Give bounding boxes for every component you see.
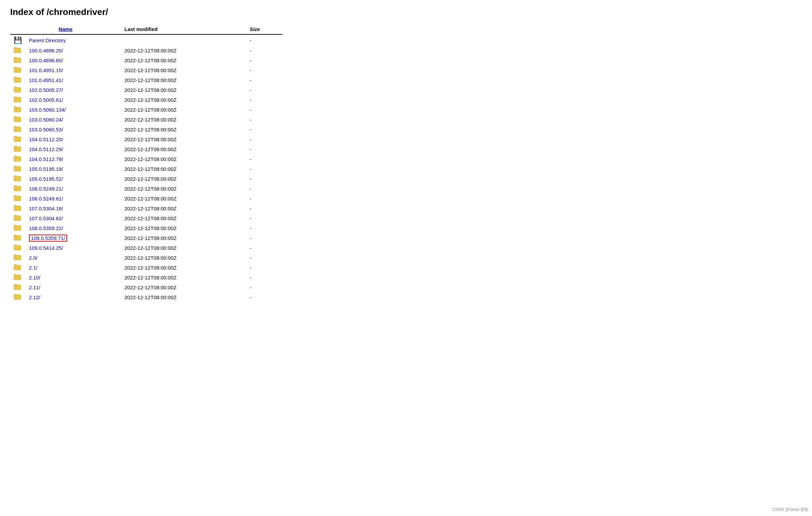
table-row: 107.0.5304.18/2022-12-12T08:00:00Z- xyxy=(10,204,282,213)
dir-link[interactable]: 105.0.5195.52/ xyxy=(29,176,63,182)
dir-link[interactable]: 106.0.5249.61/ xyxy=(29,196,63,201)
dir-name-cell[interactable]: 105.0.5195.19/ xyxy=(26,164,121,174)
size-cell: - xyxy=(246,213,282,223)
dir-link[interactable]: 2.12/ xyxy=(29,294,40,300)
dir-link[interactable]: 104.0.5112.29/ xyxy=(29,146,63,152)
date-cell: 2022-12-12T08:00:00Z xyxy=(121,273,246,283)
table-row: 104.0.5112.79/2022-12-12T08:00:00Z- xyxy=(10,154,282,164)
dir-link[interactable]: 100.0.4896.20/ xyxy=(29,48,63,53)
table-row: 2.11/2022-12-12T08:00:00Z- xyxy=(10,283,282,292)
name-sort-link[interactable]: Name xyxy=(59,26,72,32)
date-cell: 2022-12-12T08:00:00Z xyxy=(121,75,246,85)
dir-name-cell[interactable]: 2.12/ xyxy=(26,292,121,302)
size-cell: - xyxy=(246,263,282,273)
dir-link[interactable]: 108.0.5359.71/ xyxy=(31,235,65,241)
date-cell: 2022-12-12T08:00:00Z xyxy=(121,115,246,125)
dir-link[interactable]: 102.0.5005.27/ xyxy=(29,87,63,93)
table-header-row: Name Last modified Size xyxy=(10,24,282,34)
table-row: 102.0.5005.27/2022-12-12T08:00:00Z- xyxy=(10,85,282,95)
folder-icon xyxy=(14,96,21,103)
dir-link[interactable]: 103.0.5060.134/ xyxy=(29,107,66,113)
dir-link[interactable]: 2.1/ xyxy=(29,265,37,271)
dir-name-cell[interactable]: 105.0.5195.52/ xyxy=(26,174,121,184)
dir-link[interactable]: 102.0.5005.61/ xyxy=(29,97,63,103)
dir-link[interactable]: 107.0.5304.18/ xyxy=(29,206,63,211)
size-cell: - xyxy=(246,174,282,184)
table-row: 108.0.5359.71/2022-12-12T08:00:00Z- xyxy=(10,233,282,243)
dir-name-cell[interactable]: 102.0.5005.27/ xyxy=(26,85,121,95)
folder-icon-cell xyxy=(10,223,26,233)
dir-name-cell[interactable]: 103.0.5060.134/ xyxy=(26,105,121,115)
table-row: 104.0.5112.20/2022-12-12T08:00:00Z- xyxy=(10,134,282,144)
folder-icon xyxy=(14,116,21,123)
date-cell: 2022-12-12T08:00:00Z xyxy=(121,233,246,243)
dir-name-cell[interactable]: 104.0.5112.79/ xyxy=(26,154,121,164)
dir-name-cell[interactable]: 2.1/ xyxy=(26,263,121,273)
parent-dir-link[interactable]: Parent Directory xyxy=(29,37,66,43)
folder-icon-cell xyxy=(10,95,26,105)
folder-icon xyxy=(14,67,21,74)
dir-name-cell[interactable]: 104.0.5112.29/ xyxy=(26,144,121,154)
dir-link[interactable]: 2.10/ xyxy=(29,275,40,280)
dir-link[interactable]: 104.0.5112.20/ xyxy=(29,136,63,142)
dir-link[interactable]: 103.0.5060.24/ xyxy=(29,117,63,123)
dir-link[interactable]: 100.0.4896.60/ xyxy=(29,58,63,63)
parent-date-cell xyxy=(121,34,246,46)
folder-icon xyxy=(14,47,21,54)
dir-link[interactable]: 104.0.5112.79/ xyxy=(29,156,63,162)
table-row: 108.0.5359.22/2022-12-12T08:00:00Z- xyxy=(10,223,282,233)
dir-name-cell[interactable]: 104.0.5112.20/ xyxy=(26,134,121,144)
name-column-header[interactable]: Name xyxy=(10,24,121,34)
dir-link[interactable]: 106.0.5249.21/ xyxy=(29,186,63,192)
folder-icon-cell xyxy=(10,105,26,115)
dir-link[interactable]: 107.0.5304.62/ xyxy=(29,215,63,221)
table-row: 103.0.5060.53/2022-12-12T08:00:00Z- xyxy=(10,125,282,134)
dir-name-cell[interactable]: 101.0.4951.41/ xyxy=(26,75,121,85)
folder-icon xyxy=(14,126,21,133)
folder-icon-cell xyxy=(10,154,26,164)
dir-name-cell[interactable]: 108.0.5359.22/ xyxy=(26,223,121,233)
folder-icon xyxy=(14,57,21,64)
dir-name-cell[interactable]: 101.0.4951.15/ xyxy=(26,65,121,75)
dir-name-cell[interactable]: 107.0.5304.18/ xyxy=(26,204,121,213)
dir-name-cell[interactable]: 108.0.5359.71/ xyxy=(26,233,121,243)
folder-icon-cell xyxy=(10,75,26,85)
dir-link[interactable]: 105.0.5195.19/ xyxy=(29,166,63,172)
dir-name-cell[interactable]: 100.0.4896.60/ xyxy=(26,55,121,65)
size-column-header: Size xyxy=(246,24,282,34)
table-row: 106.0.5249.21/2022-12-12T08:00:00Z- xyxy=(10,184,282,194)
directory-listing: Name Last modified Size 💾Parent Director… xyxy=(10,24,282,302)
dir-link[interactable]: 2.0/ xyxy=(29,255,37,261)
dir-link[interactable]: 109.0.5414.25/ xyxy=(29,245,63,251)
folder-icon xyxy=(14,86,21,94)
folder-icon-cell xyxy=(10,125,26,134)
date-cell: 2022-12-12T08:00:00Z xyxy=(121,184,246,194)
folder-icon-cell xyxy=(10,174,26,184)
table-row: 105.0.5195.52/2022-12-12T08:00:00Z- xyxy=(10,174,282,184)
dir-name-cell[interactable]: 100.0.4896.20/ xyxy=(26,46,121,55)
date-cell: 2022-12-12T08:00:00Z xyxy=(121,65,246,75)
dir-link[interactable]: 101.0.4951.15/ xyxy=(29,67,63,73)
dir-link[interactable]: 103.0.5060.53/ xyxy=(29,127,63,132)
dir-name-cell[interactable]: 106.0.5249.21/ xyxy=(26,184,121,194)
dir-name-cell[interactable]: 102.0.5005.61/ xyxy=(26,95,121,105)
parent-dir-name-cell[interactable]: Parent Directory xyxy=(26,34,121,46)
folder-icon-cell xyxy=(10,243,26,253)
dir-name-cell[interactable]: 103.0.5060.24/ xyxy=(26,115,121,125)
dir-link[interactable]: 101.0.4951.41/ xyxy=(29,77,63,83)
dir-name-cell[interactable]: 2.0/ xyxy=(26,253,121,263)
dir-link[interactable]: 108.0.5359.22/ xyxy=(29,225,63,231)
dir-name-cell[interactable]: 109.0.5414.25/ xyxy=(26,243,121,253)
date-cell: 2022-12-12T08:00:00Z xyxy=(121,154,246,164)
dir-name-cell[interactable]: 106.0.5249.61/ xyxy=(26,194,121,204)
dir-name-cell[interactable]: 107.0.5304.62/ xyxy=(26,213,121,223)
folder-icon-cell xyxy=(10,85,26,95)
dir-name-cell[interactable]: 2.11/ xyxy=(26,283,121,292)
page-title: Index of /chromedriver/ xyxy=(10,7,802,17)
dir-name-cell[interactable]: 103.0.5060.53/ xyxy=(26,125,121,134)
table-row: 107.0.5304.62/2022-12-12T08:00:00Z- xyxy=(10,213,282,223)
size-cell: - xyxy=(246,95,282,105)
date-column-header: Last modified xyxy=(121,24,246,34)
dir-link[interactable]: 2.11/ xyxy=(29,285,40,290)
dir-name-cell[interactable]: 2.10/ xyxy=(26,273,121,283)
